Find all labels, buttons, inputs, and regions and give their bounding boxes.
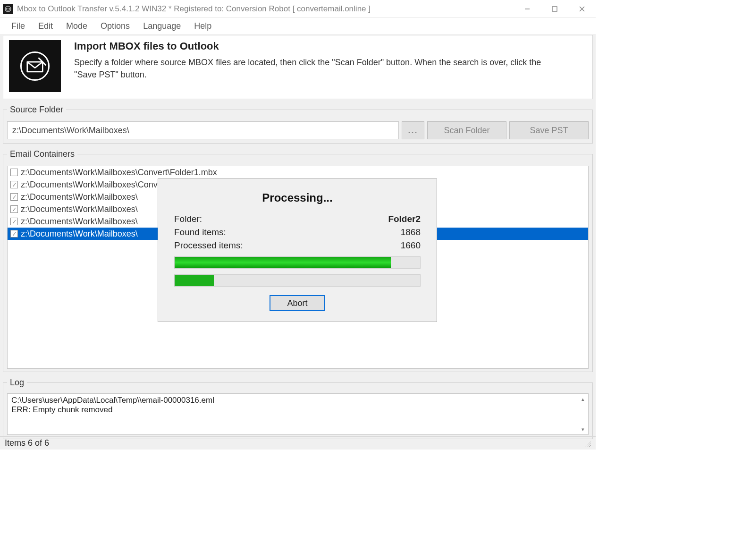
dialog-found-label: Found items: xyxy=(174,227,226,238)
dialog-folder-label: Folder: xyxy=(174,214,202,224)
source-folder-group: Source Folder ... Scan Folder Save PST xyxy=(3,105,593,144)
log-group: Log C:\Users\user\AppData\Local\Temp\\em… xyxy=(3,378,593,439)
scroll-up-icon[interactable]: ▴ xyxy=(579,395,587,403)
scan-folder-button[interactable]: Scan Folder xyxy=(427,121,506,139)
menu-bar: File Edit Mode Options Language Help xyxy=(0,18,596,34)
menu-mode[interactable]: Mode xyxy=(59,19,94,33)
source-folder-label: Source Folder xyxy=(7,105,66,115)
svg-rect-2 xyxy=(552,7,557,11)
app-icon xyxy=(3,4,13,14)
header-description: Specify a folder where source MBOX files… xyxy=(74,56,565,81)
envelope-icon xyxy=(9,40,61,92)
browse-button[interactable]: ... xyxy=(402,121,424,139)
list-item-label: z:\Documents\Work\Mailboxes\Convert\Fold… xyxy=(21,168,217,178)
list-item-label: z:\Documents\Work\Mailboxes\ xyxy=(21,204,138,214)
list-item-label: z:\Documents\Work\Mailboxes\ xyxy=(21,229,138,239)
dialog-found-value: 1868 xyxy=(401,227,421,238)
header-title: Import MBOX files to Outlook xyxy=(74,40,565,52)
svg-point-0 xyxy=(5,6,11,12)
checkbox[interactable] xyxy=(10,205,18,213)
checkbox[interactable] xyxy=(10,181,18,188)
abort-button[interactable]: Abort xyxy=(270,295,325,311)
checkbox[interactable] xyxy=(10,169,18,176)
dialog-folder-value: Folder2 xyxy=(388,214,421,224)
status-bar: Items 6 of 6 xyxy=(0,436,596,450)
log-line: C:\Users\user\AppData\Local\Temp\\email-… xyxy=(11,396,578,405)
source-path-input[interactable] xyxy=(7,121,399,139)
list-item-label: z:\Documents\Work\Mailboxes\ xyxy=(21,217,138,227)
log-line: ERR: Empty chunk removed xyxy=(11,405,578,415)
progress-bar-1 xyxy=(174,256,421,269)
title-bar: Mbox to Outlook Transfer v.5.4.1.2 WIN32… xyxy=(0,0,596,18)
menu-language[interactable]: Language xyxy=(136,19,187,33)
email-containers-label: Email Containers xyxy=(7,149,77,159)
log-box[interactable]: C:\Users\user\AppData\Local\Temp\\email-… xyxy=(7,393,589,435)
window-title: Mbox to Outlook Transfer v.5.4.1.2 WIN32… xyxy=(17,4,514,14)
scroll-down-icon[interactable]: ▾ xyxy=(579,425,587,433)
list-item-label: z:\Documents\Work\Mailboxes\ xyxy=(21,192,138,202)
progress-bar-2 xyxy=(174,274,421,287)
minimize-button[interactable] xyxy=(514,0,541,17)
menu-edit[interactable]: Edit xyxy=(32,19,59,33)
dialog-processed-label: Processed items: xyxy=(174,240,243,251)
log-label: Log xyxy=(7,378,27,388)
svg-point-5 xyxy=(21,52,49,80)
close-button[interactable] xyxy=(568,0,596,17)
checkbox[interactable] xyxy=(10,230,18,238)
maximize-button[interactable] xyxy=(541,0,568,17)
log-scrollbar[interactable]: ▴ ▾ xyxy=(579,395,587,433)
checkbox[interactable] xyxy=(10,218,18,225)
menu-help[interactable]: Help xyxy=(187,19,218,33)
save-pst-button[interactable]: Save PST xyxy=(509,121,589,139)
checkbox[interactable] xyxy=(10,193,18,201)
list-item[interactable]: z:\Documents\Work\Mailboxes\Convert\Fold… xyxy=(8,166,588,178)
dialog-title: Processing... xyxy=(174,191,421,204)
processing-dialog: Processing... Folder: Folder2 Found item… xyxy=(158,178,437,322)
menu-options[interactable]: Options xyxy=(94,19,136,33)
resize-grip-icon[interactable] xyxy=(583,440,591,447)
status-text: Items 6 of 6 xyxy=(5,438,49,448)
dialog-processed-value: 1660 xyxy=(401,240,421,251)
header-panel: Import MBOX files to Outlook Specify a f… xyxy=(3,35,593,99)
menu-file[interactable]: File xyxy=(5,19,32,33)
